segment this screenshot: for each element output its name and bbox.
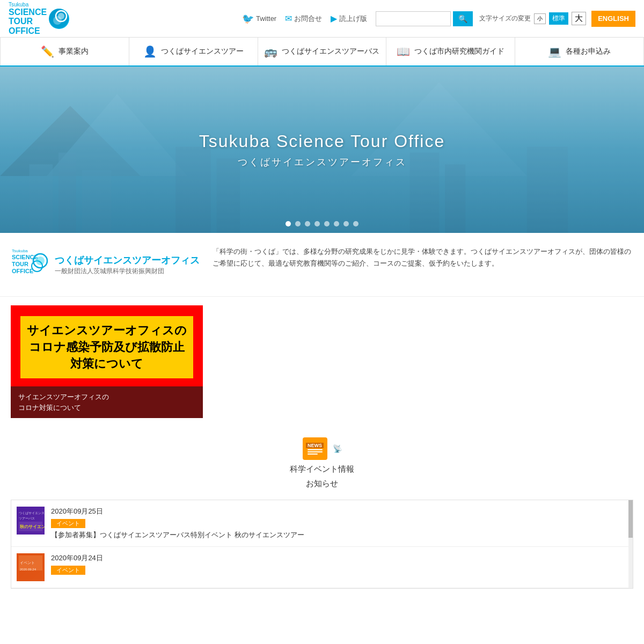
banner-bottom: サイエンスツアーオフィスのコロナ対策について [11, 386, 203, 418]
font-size-controls: 文字サイズの変更 小 標準 大 [479, 12, 586, 25]
events-title-2: お知らせ [306, 479, 338, 489]
svg-rect-15 [527, 147, 568, 233]
laptop-icon: 💻 [548, 45, 561, 58]
dot-2[interactable] [295, 221, 301, 226]
bus-icon: 🚌 [264, 45, 277, 58]
intro-logo-area: Tsukuba SCIENCE TOUR OFFICE つくばサイエンスツアーオ… [11, 246, 200, 283]
news-icon: NEWS [303, 437, 327, 460]
news-icon-label: NEWS [306, 443, 324, 448]
logo-office: OFFICE [9, 26, 47, 36]
intro-org-sub: 一般財団法人茨城県科学技術振興財団 [55, 267, 200, 276]
event-badge-2: イベント [51, 566, 85, 575]
dot-4[interactable] [314, 221, 320, 226]
scrollbar-track[interactable] [628, 500, 633, 588]
person-icon: 👤 [143, 45, 157, 58]
scrollbar-thumb[interactable] [628, 500, 633, 538]
nav-label-business: 事業案内 [58, 47, 89, 56]
intro-logo-icon: Tsukuba SCIENCE TOUR OFFICE [11, 246, 48, 283]
svg-text:秋のサイエンス: 秋のサイエンス [19, 524, 45, 529]
banner-yellow-box: サイエンスツアーオフィスのコロナ感染予防及び拡散防止対策について [20, 316, 193, 378]
nav-item-science-tour[interactable]: 👤 つくばサイエンスツアー [129, 38, 258, 65]
contact-link[interactable]: ✉ お問合せ [285, 13, 322, 24]
mail-icon: ✉ [285, 13, 292, 24]
dot-3[interactable] [305, 221, 310, 226]
twitter-label: Twitter [256, 14, 276, 23]
nav-label-science-tour: つくばサイエンスツアー [161, 47, 244, 56]
audio-link[interactable]: ▶ 読上げ版 [331, 13, 367, 24]
nav-item-science-bus[interactable]: 🚌 つくばサイエンスツアーバス [258, 38, 387, 65]
svg-text:ツアーバス: ツアーバス [19, 517, 35, 520]
search-icon: 🔍 [458, 14, 467, 23]
rss-icon: 📡 [333, 444, 342, 453]
site-logo[interactable]: Tsukuba SCIENCE TOUR OFFICE [9, 2, 69, 36]
twitter-icon: 🐦 [242, 13, 254, 25]
hero-banner: Tsukuba Science Tour Office つくばサイエンスツアーオ… [0, 67, 644, 233]
search-button[interactable]: 🔍 [453, 11, 473, 26]
audio-icon: ▶ [331, 13, 337, 24]
dot-7[interactable] [343, 221, 349, 226]
pencil-icon: ✏️ [41, 45, 54, 58]
news-icon-wrap: NEWS 📡 科学イベント情報 お知らせ [290, 437, 354, 489]
svg-rect-8 [30, 164, 53, 233]
twitter-link[interactable]: 🐦 Twitter [242, 13, 276, 25]
header: Tsukuba SCIENCE TOUR OFFICE 🐦 Twitter ✉ … [0, 0, 644, 38]
logo-text: Tsukuba SCIENCE TOUR OFFICE [9, 2, 47, 36]
english-button[interactable]: ENGLISH [591, 11, 635, 27]
hero-carousel-dots [286, 221, 358, 226]
svg-point-22 [36, 257, 45, 265]
svg-rect-9 [58, 152, 76, 233]
dot-5[interactable] [324, 221, 330, 226]
events-list: つくばサイエンス ツアーバス 秋のサイエンス 2020年09月25日 イベント … [11, 500, 633, 589]
hero-title-en: Tsukuba Science Tour Office [199, 131, 445, 151]
dot-6[interactable] [334, 221, 339, 226]
hero-title-jp: つくばサイエンスツアーオフィス [199, 156, 445, 169]
font-standard-button[interactable]: 標準 [549, 12, 568, 25]
dot-1[interactable] [286, 221, 291, 226]
event-date-2: 2020年09月24日 [51, 553, 627, 563]
event-item-2[interactable]: イベント 2020.09.24 2020年09月24日 イベント [11, 547, 633, 588]
event-info-1: 2020年09月25日 イベント 【参加者募集】つくばサイエンスツアーバス特別イ… [51, 507, 627, 540]
nav-item-research-guide[interactable]: 📖 つくば市内研究機関ガイド [386, 38, 515, 65]
intro-description: 「科学の街・つくば」では、多様な分野の研究成果をじかに見学・体験できます。つくば… [213, 246, 633, 269]
svg-text:Tsukuba: Tsukuba [12, 248, 28, 253]
font-small-button[interactable]: 小 [534, 13, 546, 24]
dot-8[interactable] [353, 221, 358, 226]
covid-banner[interactable]: サイエンスツアーオフィスのコロナ感染予防及び拡散防止対策について サイエンスツア… [11, 305, 203, 418]
svg-rect-14 [445, 164, 465, 233]
svg-text:OFFICE: OFFICE [12, 268, 33, 274]
events-section: NEWS 📡 科学イベント情報 お知らせ つくばサイエンス ツアー [0, 423, 644, 599]
svg-rect-10 [82, 170, 112, 233]
header-links: 🐦 Twitter ✉ お問合せ ▶ 読上げ版 [242, 13, 367, 25]
svg-rect-12 [217, 158, 240, 233]
svg-point-3 [58, 13, 64, 19]
event-info-2: 2020年09月24日 イベント [51, 553, 627, 577]
contact-label: お問合せ [294, 14, 322, 24]
event-item-1[interactable]: つくばサイエンス ツアーバス 秋のサイエンス 2020年09月25日 イベント … [11, 500, 633, 547]
events-header: NEWS 📡 科学イベント情報 お知らせ [11, 429, 633, 494]
svg-text:つくばサイエンス: つくばサイエンス [19, 511, 45, 515]
event-thumb-1: つくばサイエンス ツアーバス 秋のサイエンス [17, 507, 45, 535]
svg-text:2020.09.24: 2020.09.24 [20, 568, 36, 571]
search-area: 🔍 [376, 11, 473, 26]
font-large-button[interactable]: 大 [572, 12, 586, 25]
intro-org-info: つくばサイエンスツアーオフィス 一般財団法人茨城県科学技術振興財団 [55, 254, 200, 276]
nav-label-research-guide: つくば市内研究機関ガイド [414, 47, 504, 56]
svg-text:イベント: イベント [20, 561, 35, 565]
font-size-label: 文字サイズの変更 [479, 14, 531, 23]
nav-label-science-bus: つくばサイエンスツアーバス [282, 47, 379, 56]
banner-bottom-text: サイエンスツアーオフィスのコロナ対策について [18, 392, 195, 413]
search-input[interactable] [376, 11, 451, 26]
hero-text: Tsukuba Science Tour Office つくばサイエンスツアーオ… [199, 131, 445, 169]
logo-icon [49, 9, 69, 29]
events-title-1: 科学イベント情報 [290, 464, 354, 474]
logo-tsukuba: Tsukuba [9, 2, 47, 8]
main-nav: ✏️ 事業案内 👤 つくばサイエンスツアー 🚌 つくばサイエンスツアーバス 📖 … [0, 38, 644, 67]
nav-item-business[interactable]: ✏️ 事業案内 [0, 38, 129, 65]
audio-label: 読上げ版 [339, 14, 367, 24]
event-date-1: 2020年09月25日 [51, 507, 627, 516]
logo-science: SCIENCE [9, 8, 47, 17]
logo-tour: TOUR [9, 17, 47, 26]
nav-label-application: 各種お申込み [566, 47, 611, 56]
banner-yellow-text: サイエンスツアーオフィスのコロナ感染予防及び拡散防止対策について [26, 323, 188, 372]
nav-item-application[interactable]: 💻 各種お申込み [515, 38, 644, 65]
